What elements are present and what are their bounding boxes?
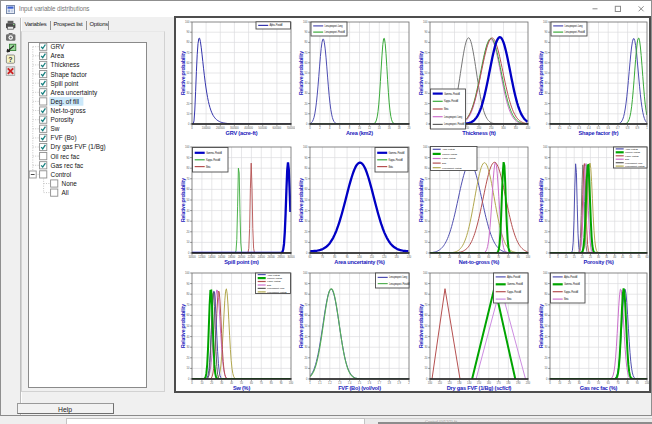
svg-text:100: 100 bbox=[289, 381, 294, 385]
svg-text:30: 30 bbox=[545, 91, 548, 95]
svg-text:60: 60 bbox=[425, 187, 428, 191]
svg-text:Thickness (ft): Thickness (ft) bbox=[462, 130, 496, 136]
svg-text:Alpha - Post drill: Alpha - Post drill bbox=[507, 275, 521, 279]
svg-text:100: 100 bbox=[543, 20, 548, 24]
svg-text:80: 80 bbox=[626, 381, 629, 385]
svg-text:70: 70 bbox=[321, 255, 324, 259]
svg-text:Lena prospect - Long: Lena prospect - Long bbox=[325, 24, 344, 28]
svg-text:90: 90 bbox=[425, 30, 428, 34]
svg-text:30: 30 bbox=[425, 91, 428, 95]
svg-text:70: 70 bbox=[187, 177, 190, 181]
svg-text:10: 10 bbox=[200, 381, 203, 385]
svg-text:10: 10 bbox=[425, 112, 428, 116]
svg-text:Control: Control bbox=[51, 171, 72, 178]
svg-text:20: 20 bbox=[425, 102, 428, 106]
svg-text:Relative probability: Relative probability bbox=[298, 178, 304, 222]
svg-text:?: ? bbox=[8, 56, 12, 63]
svg-text:Relative probability: Relative probability bbox=[180, 304, 186, 348]
svg-text:Kappa - Post drill: Kappa - Post drill bbox=[389, 158, 403, 162]
svg-text:20: 20 bbox=[305, 230, 308, 234]
svg-text:80: 80 bbox=[305, 40, 308, 44]
svg-text:50: 50 bbox=[305, 198, 308, 202]
svg-text:0.2: 0.2 bbox=[568, 126, 572, 130]
svg-text:80: 80 bbox=[305, 166, 308, 170]
svg-text:Alpha - Post drill: Alpha - Post drill bbox=[442, 148, 455, 151]
svg-text:Kappa - Post drill: Kappa - Post drill bbox=[564, 290, 578, 294]
svg-text:Net-to-gross (%): Net-to-gross (%) bbox=[459, 259, 500, 265]
svg-text:50: 50 bbox=[629, 255, 632, 259]
svg-text:0: 0 bbox=[546, 251, 548, 255]
svg-text:Net-to-gross: Net-to-gross bbox=[51, 107, 86, 115]
svg-text:Lena prospect - Post drill: Lena prospect - Post drill bbox=[325, 30, 346, 34]
svg-text:10000: 10000 bbox=[188, 255, 196, 259]
svg-text:60: 60 bbox=[187, 313, 190, 317]
svg-text:Gamma - Post drill: Gamma - Post drill bbox=[442, 153, 458, 156]
svg-text:Gas rec fac: Gas rec fac bbox=[51, 162, 84, 169]
svg-text:50: 50 bbox=[305, 324, 308, 328]
svg-text:20: 20 bbox=[425, 230, 428, 234]
svg-text:Area uncertainty (%): Area uncertainty (%) bbox=[334, 259, 385, 265]
svg-text:200: 200 bbox=[526, 381, 531, 385]
svg-text:60: 60 bbox=[305, 187, 308, 191]
svg-text:GRV (acre-ft): GRV (acre-ft) bbox=[226, 130, 258, 136]
svg-text:60: 60 bbox=[545, 187, 548, 191]
svg-text:Relative probability: Relative probability bbox=[538, 51, 544, 95]
svg-text:100: 100 bbox=[428, 381, 433, 385]
svg-text:Relative probability: Relative probability bbox=[298, 51, 304, 95]
svg-text:All: All bbox=[62, 189, 69, 196]
svg-text:Gamma - Post drill: Gamma - Post drill bbox=[206, 151, 222, 155]
svg-text:80: 80 bbox=[545, 40, 548, 44]
svg-text:100: 100 bbox=[526, 255, 531, 259]
svg-text:0: 0 bbox=[309, 126, 311, 130]
svg-text:Gamma - Post drill: Gamma - Post drill bbox=[507, 282, 523, 286]
svg-text:50: 50 bbox=[425, 324, 428, 328]
svg-text:30: 30 bbox=[187, 91, 190, 95]
svg-text:20: 20 bbox=[408, 126, 411, 130]
svg-text:60: 60 bbox=[305, 61, 308, 65]
svg-text:400: 400 bbox=[526, 126, 531, 130]
svg-text:Area (km2): Area (km2) bbox=[346, 130, 373, 136]
svg-text:300: 300 bbox=[501, 126, 506, 130]
svg-text:1.9: 1.9 bbox=[397, 381, 401, 385]
svg-text:40: 40 bbox=[187, 209, 190, 213]
svg-text:10: 10 bbox=[545, 366, 548, 370]
svg-text:Shape factor: Shape factor bbox=[51, 71, 88, 79]
svg-text:Gamma - Post drill: Gamma - Post drill bbox=[444, 92, 460, 96]
svg-text:0: 0 bbox=[426, 122, 428, 126]
svg-text:Relative probability: Relative probability bbox=[418, 304, 424, 348]
svg-text:90: 90 bbox=[305, 30, 308, 34]
svg-text:30: 30 bbox=[305, 91, 308, 95]
svg-text:Relative probability: Relative probability bbox=[538, 304, 544, 348]
svg-text:Kappa - Post drill: Kappa - Post drill bbox=[206, 158, 220, 162]
svg-text:70: 70 bbox=[425, 303, 428, 307]
svg-text:80: 80 bbox=[187, 166, 190, 170]
svg-text:90: 90 bbox=[545, 30, 548, 34]
svg-text:0: 0 bbox=[306, 251, 308, 255]
svg-text:2: 2 bbox=[408, 381, 410, 385]
svg-text:0: 0 bbox=[546, 122, 548, 126]
svg-text:Lena prospect - Post drill: Lena prospect - Post drill bbox=[625, 165, 645, 168]
svg-text:60: 60 bbox=[187, 187, 190, 191]
svg-text:1: 1 bbox=[646, 126, 648, 130]
svg-text:0.9: 0.9 bbox=[635, 126, 639, 130]
svg-text:190: 190 bbox=[516, 381, 521, 385]
svg-text:30000: 30000 bbox=[287, 255, 295, 259]
svg-text:70: 70 bbox=[260, 381, 263, 385]
svg-text:70: 70 bbox=[187, 303, 190, 307]
svg-text:100: 100 bbox=[185, 20, 190, 24]
svg-text:80: 80 bbox=[187, 40, 190, 44]
svg-text:80: 80 bbox=[545, 166, 548, 170]
svg-text:100: 100 bbox=[423, 20, 428, 24]
svg-text:50: 50 bbox=[187, 71, 190, 75]
svg-text:80: 80 bbox=[425, 292, 428, 296]
svg-text:100: 100 bbox=[303, 271, 308, 275]
svg-text:20: 20 bbox=[305, 102, 308, 106]
svg-text:50: 50 bbox=[187, 324, 190, 328]
svg-text:0: 0 bbox=[188, 251, 190, 255]
svg-text:90: 90 bbox=[517, 255, 520, 259]
svg-text:10: 10 bbox=[305, 366, 308, 370]
svg-text:None: None bbox=[62, 180, 78, 187]
svg-text:50: 50 bbox=[305, 71, 308, 75]
svg-text:90: 90 bbox=[305, 156, 308, 160]
svg-text:20: 20 bbox=[448, 255, 451, 259]
